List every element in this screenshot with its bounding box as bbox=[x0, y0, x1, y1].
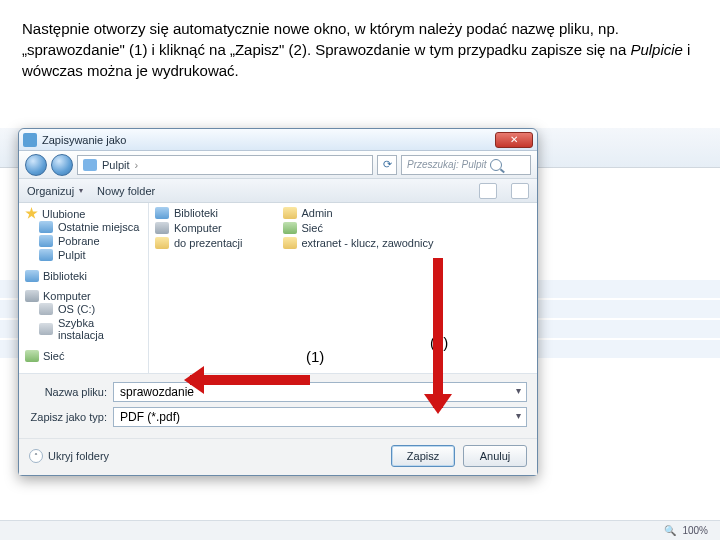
filename-label: Nazwa pliku: bbox=[29, 386, 107, 398]
desktop-icon bbox=[39, 249, 53, 261]
instruction-text: Następnie otworzy się automatycznie nowe… bbox=[0, 0, 720, 89]
sidebar-item-desktop[interactable]: Pulpit bbox=[25, 248, 142, 262]
desktop-icon bbox=[83, 159, 97, 171]
breadcrumb[interactable]: Pulpit › bbox=[77, 155, 373, 175]
drive-icon bbox=[39, 323, 53, 335]
list-item[interactable]: Sieć bbox=[283, 222, 434, 234]
zoom-icon bbox=[664, 525, 676, 536]
sidebar-libraries[interactable]: Biblioteki bbox=[25, 270, 142, 282]
sidebar-favorites[interactable]: Ulubione bbox=[25, 207, 142, 220]
dialog-titlebar: Zapisywanie jako ✕ bbox=[19, 129, 537, 151]
cancel-button[interactable]: Anuluj bbox=[463, 445, 527, 467]
chevron-up-icon: ˄ bbox=[29, 449, 43, 463]
sidebar-item-downloads[interactable]: Pobrane bbox=[25, 234, 142, 248]
save-button[interactable]: Zapisz bbox=[391, 445, 455, 467]
list-item[interactable]: Admin bbox=[283, 207, 434, 219]
breadcrumb-location: Pulpit bbox=[102, 159, 130, 171]
list-item[interactable]: do prezentacji bbox=[155, 237, 243, 249]
search-input[interactable]: Przeszukaj: Pulpit bbox=[401, 155, 531, 175]
sidebar: Ulubione Ostatnie miejsca Pobrane Pulpit… bbox=[19, 203, 149, 373]
libraries-icon bbox=[25, 270, 39, 282]
computer-icon bbox=[155, 222, 169, 234]
annotation-1: (1) bbox=[306, 348, 324, 365]
sidebar-item-install[interactable]: Szybka instalacja bbox=[25, 316, 142, 342]
folder-icon bbox=[155, 237, 169, 249]
dialog-title: Zapisywanie jako bbox=[42, 134, 495, 146]
sidebar-network[interactable]: Sieć bbox=[25, 350, 142, 362]
breadcrumb-separator: › bbox=[135, 159, 139, 171]
network-icon bbox=[25, 350, 39, 362]
recent-icon bbox=[39, 221, 53, 233]
zoom-value: 100% bbox=[682, 525, 708, 536]
nav-row: Pulpit › ⟳ Przeszukaj: Pulpit bbox=[19, 151, 537, 179]
list-item[interactable]: extranet - klucz, zawodnicy bbox=[283, 237, 434, 249]
sidebar-item-osc[interactable]: OS (C:) bbox=[25, 302, 142, 316]
browser-statusbar: 100% bbox=[0, 520, 720, 540]
red-arrow-left bbox=[190, 375, 310, 385]
toolbar: Organizuj Nowy folder bbox=[19, 179, 537, 203]
nav-back-button[interactable] bbox=[25, 154, 47, 176]
folder-icon bbox=[283, 207, 297, 219]
filetype-field[interactable]: PDF (*.pdf) bbox=[113, 407, 527, 427]
search-placeholder: Przeszukaj: Pulpit bbox=[407, 159, 486, 170]
nav-forward-button[interactable] bbox=[51, 154, 73, 176]
close-button[interactable]: ✕ bbox=[495, 132, 533, 148]
dialog-footer: ˄ Ukryj foldery Zapisz Anuluj bbox=[19, 438, 537, 475]
dialog-app-icon bbox=[23, 133, 37, 147]
search-icon bbox=[490, 159, 502, 171]
save-as-dialog: Zapisywanie jako ✕ Pulpit › ⟳ Przeszukaj… bbox=[18, 128, 538, 476]
red-arrow-down bbox=[433, 258, 443, 408]
hide-folders-toggle[interactable]: ˄ Ukryj foldery bbox=[29, 449, 109, 463]
network-icon bbox=[283, 222, 297, 234]
star-icon bbox=[25, 207, 38, 220]
sidebar-item-recent[interactable]: Ostatnie miejsca bbox=[25, 220, 142, 234]
help-button[interactable] bbox=[511, 183, 529, 199]
list-item[interactable]: Biblioteki bbox=[155, 207, 243, 219]
filetype-label: Zapisz jako typ: bbox=[29, 411, 107, 423]
folder-icon bbox=[283, 237, 297, 249]
view-options-button[interactable] bbox=[479, 183, 497, 199]
list-item[interactable]: Komputer bbox=[155, 222, 243, 234]
dialog-body: Ulubione Ostatnie miejsca Pobrane Pulpit… bbox=[19, 203, 537, 373]
new-folder-button[interactable]: Nowy folder bbox=[97, 185, 155, 197]
organize-button[interactable]: Organizuj bbox=[27, 185, 83, 197]
drive-icon bbox=[39, 303, 53, 315]
downloads-icon bbox=[39, 235, 53, 247]
libraries-icon bbox=[155, 207, 169, 219]
file-list: Biblioteki Komputer do prezentacji Admin… bbox=[149, 203, 537, 373]
refresh-button[interactable]: ⟳ bbox=[377, 155, 397, 175]
computer-icon bbox=[25, 290, 39, 302]
sidebar-computer[interactable]: Komputer bbox=[25, 290, 142, 302]
